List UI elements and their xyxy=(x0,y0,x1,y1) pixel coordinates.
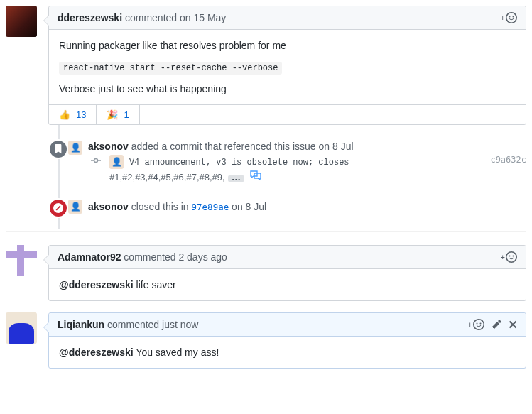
mention[interactable]: @ddereszewski xyxy=(59,279,134,290)
avatar-small[interactable]: 👤 xyxy=(68,141,82,155)
avatar[interactable] xyxy=(6,245,37,276)
add-reaction-button[interactable]: + xyxy=(501,251,517,263)
event-text: added a commit that referenced this issu… xyxy=(129,141,319,152)
action-text: commented xyxy=(124,251,175,263)
smiley-icon xyxy=(506,12,517,23)
author-link[interactable]: ddereszewski xyxy=(58,12,122,23)
comment-header: Adamnator92 commented 2 days ago + xyxy=(49,246,526,269)
comment-header: Liqiankun commented just now + xyxy=(49,313,526,337)
comment-box: Adamnator92 commented 2 days ago + @dder… xyxy=(48,245,526,301)
timestamp[interactable]: on 8 Jul xyxy=(229,201,266,212)
svg-point-0 xyxy=(94,159,98,163)
commit-message[interactable]: V4 announcement, v3 is obsolete now; clo… xyxy=(129,158,349,168)
body-text: @ddereszewski You saved my ass! xyxy=(59,347,516,358)
avatar[interactable] xyxy=(6,312,37,344)
timeline-event-closed: 👤 aksonov closed this in 97e89ae on 8 Ju… xyxy=(48,195,526,218)
add-reaction-button[interactable]: + xyxy=(468,319,484,330)
comment-box: ddereszewski commented on 15 May + Runni… xyxy=(48,6,526,125)
author-link[interactable]: aksonov xyxy=(88,201,129,212)
add-reaction-button[interactable]: + xyxy=(501,12,517,23)
action-text: commented xyxy=(107,319,159,330)
comment-body: Running packager like that resolves prob… xyxy=(49,30,526,104)
avatar[interactable] xyxy=(6,6,37,37)
action-text: commented xyxy=(125,12,177,23)
reaction-count: 13 xyxy=(76,109,86,120)
thumbs-up-icon: 👍 xyxy=(59,109,70,120)
body-text: @ddereszewski life saver xyxy=(59,279,516,290)
commit-sha[interactable]: c9a632c xyxy=(490,155,526,165)
discussion-icon[interactable] xyxy=(250,172,261,183)
pencil-icon xyxy=(492,319,501,330)
comment-item: ddereszewski commented on 15 May + Runni… xyxy=(6,6,526,125)
issue-refs[interactable]: #1,#2,#3,#4,#5,#6,#7,#8,#9, xyxy=(109,172,225,183)
smiley-icon xyxy=(473,319,484,330)
plus-icon: + xyxy=(501,13,505,22)
timestamp[interactable]: on 8 Jul xyxy=(319,141,354,152)
commit-icon xyxy=(91,156,101,168)
comment-header: ddereszewski commented on 15 May + xyxy=(49,6,526,30)
timestamp[interactable]: on 15 May xyxy=(180,12,226,23)
commit-link[interactable]: 97e89ae xyxy=(192,202,229,212)
bookmark-icon xyxy=(48,139,68,159)
edit-button[interactable] xyxy=(492,319,501,330)
separator xyxy=(6,231,526,232)
commit-block: c9a632c 👤 V4 announcement, v3 is obsolet… xyxy=(92,155,526,183)
comment-item: Adamnator92 commented 2 days ago + @dder… xyxy=(6,245,526,301)
comment-body: @ddereszewski You saved my ass! xyxy=(49,337,526,368)
reaction-thumbs-up[interactable]: 👍 13 xyxy=(49,105,97,124)
expand-button[interactable]: … xyxy=(228,175,244,182)
mention[interactable]: @ddereszewski xyxy=(59,347,134,358)
delete-button[interactable] xyxy=(509,319,517,330)
timestamp[interactable]: 2 days ago xyxy=(178,251,227,263)
x-icon xyxy=(509,319,517,330)
timeline-event-ref: 👤 aksonov added a commit that referenced… xyxy=(48,136,526,187)
comment-box: Liqiankun commented just now + @dderesze… xyxy=(48,312,526,369)
author-link[interactable]: Liqiankun xyxy=(58,319,104,330)
tada-icon: 🎉 xyxy=(107,109,118,120)
avatar-small[interactable]: 👤 xyxy=(68,200,82,214)
timestamp[interactable]: just now xyxy=(162,319,198,330)
event-text: closed this in xyxy=(129,201,192,212)
reaction-count: 1 xyxy=(124,109,129,120)
plus-icon: + xyxy=(468,320,472,329)
body-text: Verbose just to see what is happening xyxy=(59,83,516,94)
reaction-bar: 👍 13 🎉 1 xyxy=(49,104,526,124)
body-text: Running packager like that resolves prob… xyxy=(59,40,516,51)
reaction-tada[interactable]: 🎉 1 xyxy=(97,105,139,124)
plus-icon: + xyxy=(501,253,505,261)
comment-body: @ddereszewski life saver xyxy=(49,269,526,300)
author-link[interactable]: aksonov xyxy=(88,141,129,152)
smiley-icon xyxy=(506,251,517,263)
avatar-small[interactable]: 👤 xyxy=(109,155,124,169)
author-link[interactable]: Adamnator92 xyxy=(58,251,121,263)
code-snippet: react-native start --reset-cache --verbo… xyxy=(59,62,282,75)
comment-item: Liqiankun commented just now + @dderesze… xyxy=(6,312,526,369)
closed-icon xyxy=(48,198,68,218)
